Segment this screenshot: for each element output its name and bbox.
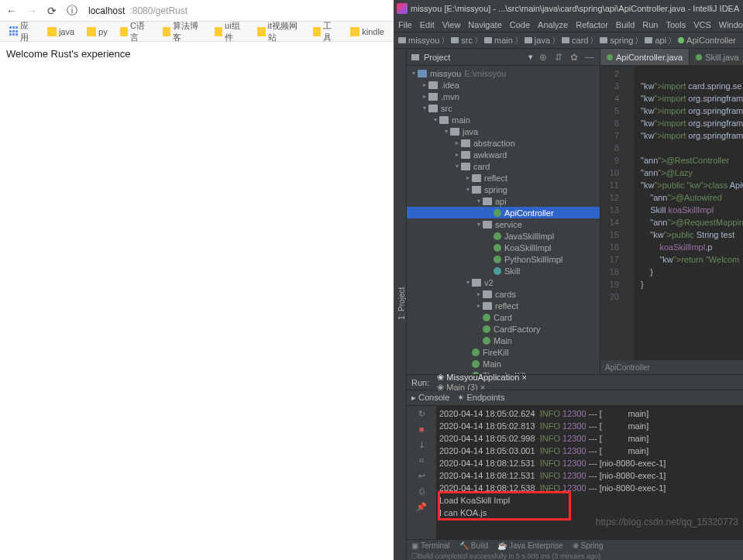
console-output[interactable]: 2020-04-14 18:05:02.624 INFO 12300 --- [… (436, 406, 743, 539)
back-button[interactable]: ← (5, 4, 19, 18)
layout-icon[interactable]: ⌗ (416, 455, 427, 466)
menu-run[interactable]: Run (642, 20, 658, 29)
tree-node[interactable]: Skill (407, 265, 600, 277)
breadcrumb-item[interactable]: spring (600, 36, 633, 45)
build-tool[interactable]: 🔨 Build (459, 541, 488, 550)
attach-icon[interactable]: ⤓ (416, 440, 427, 451)
bookmark-java[interactable]: java (43, 26, 79, 38)
apps-button[interactable]: 应用 (5, 19, 40, 45)
breadcrumb-item[interactable]: src (451, 36, 473, 45)
menu-file[interactable]: File (398, 20, 412, 29)
tree-node[interactable]: ▸abstraction (407, 137, 600, 149)
project-tool-label[interactable]: 1: Project (397, 53, 406, 554)
endpoints-tab[interactable]: ✶ Endpoints (457, 393, 504, 403)
tree-node[interactable]: CardFactory (407, 323, 600, 335)
run-tab[interactable]: ❀ MissyouApplication × (437, 373, 527, 383)
tree-node[interactable]: PythonSkillImpl (407, 253, 600, 265)
log-row: 2020-04-14 18:08:12.538 INFO 12300 --- [… (439, 482, 740, 494)
url-bar[interactable]: localhost:8080/getRust (85, 4, 389, 18)
tree-node[interactable]: ▸awkward (407, 149, 600, 160)
code-area[interactable]: "kw">import card.spring.se"kw">import or… (635, 66, 743, 360)
class-icon (494, 209, 501, 217)
reload-button[interactable]: ⟳ (45, 4, 59, 18)
breadcrumb-item[interactable]: java (525, 36, 550, 45)
left-tool-stripe[interactable]: 1: Project (394, 49, 407, 560)
tree-node[interactable]: ▾java (407, 125, 600, 137)
breadcrumb-item[interactable]: missyou (398, 36, 439, 45)
tree-node[interactable]: KoaSkillImpl (407, 242, 600, 253)
menu-navigate[interactable]: Navigate (468, 20, 501, 29)
editor-tab[interactable]: Skill.java (690, 49, 743, 65)
class-icon (494, 232, 501, 240)
breadcrumb-item[interactable]: main (484, 36, 513, 45)
menu-refactor[interactable]: Refactor (576, 20, 608, 29)
bookmark-algo[interactable]: 算法博客 (158, 19, 207, 45)
tree-node[interactable]: ▾card (407, 160, 600, 172)
pin-icon[interactable]: 📌 (416, 502, 427, 513)
menu-code[interactable]: Code (510, 20, 530, 29)
terminal-tool[interactable]: ▣ Terminal (411, 541, 450, 550)
project-tree[interactable]: ▾missyouE:\missyou▸.idea▸.mvn▾src▾main▾j… (407, 66, 600, 374)
info-icon[interactable]: ⓘ (65, 4, 79, 18)
menu-analyze[interactable]: Analyze (538, 20, 568, 29)
module-icon (418, 70, 427, 77)
log-row: 2020-04-14 18:05:02.998 INFO 12300 --- [… (439, 432, 740, 445)
bookmark-ui[interactable]: ui组件 (210, 19, 249, 45)
tree-node[interactable]: Main (407, 358, 600, 369)
rerun-icon[interactable]: ↻ (416, 409, 427, 420)
bookmark-tools[interactable]: 工具 (308, 19, 342, 45)
folder-icon (411, 54, 419, 60)
tree-root[interactable]: ▾missyouE:\missyou (407, 67, 600, 79)
tree-node[interactable]: ▾spring (407, 184, 600, 195)
tree-node[interactable]: ▸reflect (407, 300, 600, 311)
menu-window[interactable]: Window (719, 20, 743, 29)
console-tab[interactable]: ▸ Console (411, 393, 449, 403)
log-row: 2020-04-14 18:05:02.624 INFO 12300 --- [… (439, 407, 740, 420)
bookmark-kindle[interactable]: kindle (346, 26, 389, 38)
print-icon[interactable]: ⎙ (416, 486, 427, 497)
log-row: 2020-04-14 18:08:12.531 INFO 12300 --- [… (439, 457, 740, 469)
tree-node[interactable]: ▾src (407, 102, 600, 114)
bookmark-video[interactable]: it视频网站 (253, 19, 305, 45)
folder-icon (525, 37, 532, 43)
collapse-icon[interactable]: ⇵ (553, 52, 564, 63)
tree-node[interactable]: ▾main (407, 114, 600, 125)
run-panel: Run: ❀ MissyouApplication ×❀ Main (3) × … (407, 374, 743, 539)
menu-tools[interactable]: Tools (666, 20, 686, 29)
tree-node[interactable]: FireKill (407, 346, 600, 358)
breadcrumb-item[interactable]: api (645, 36, 666, 45)
locate-icon[interactable]: ⊕ (538, 52, 549, 63)
tree-node[interactable]: ▾api (407, 195, 600, 207)
tree-node[interactable]: ▸reflect (407, 172, 600, 184)
tree-node[interactable]: Card (407, 311, 600, 323)
ide-body: 1: Project Project ▾ ⊕ ⇵ ✿ — ▾missyouE:\… (394, 49, 743, 560)
breadcrumb-item[interactable]: ApiController (678, 36, 736, 45)
spring-tool[interactable]: ❀ Spring (573, 541, 604, 550)
tree-node[interactable]: JavaSkillImpl (407, 230, 600, 242)
tree-node[interactable]: ▾v2 (407, 277, 600, 288)
tree-node[interactable]: ApiController (407, 207, 600, 218)
menu-build[interactable]: Build (616, 20, 635, 29)
wrap-icon[interactable]: ↩ (416, 471, 427, 482)
bookmark-py[interactable]: py (82, 26, 112, 38)
breadcrumb-item[interactable]: card (562, 36, 588, 45)
stop-icon[interactable]: ■ (416, 424, 427, 435)
ide-statusbar: ▣ Terminal 🔨 Build ☕ Java Enterprise ❀ S… (407, 539, 743, 551)
folder-icon (483, 221, 492, 228)
editor-main[interactable]: 234567891011121314151617181920 "kw">impo… (600, 66, 743, 360)
javaee-tool[interactable]: ☕ Java Enterprise (497, 541, 562, 550)
tree-node[interactable]: ▸cards (407, 288, 600, 300)
menu-vcs[interactable]: VCS (693, 20, 711, 29)
menu-view[interactable]: View (442, 20, 461, 29)
hide-icon[interactable]: — (584, 52, 595, 63)
tree-node[interactable]: ▸.idea (407, 79, 600, 91)
bookmark-c[interactable]: C语言 (115, 19, 155, 45)
dropdown-icon[interactable]: ▾ (528, 52, 533, 62)
tree-node[interactable]: ▸.mvn (407, 91, 600, 102)
tree-node[interactable]: ▾service (407, 218, 600, 230)
tree-node[interactable]: Main (407, 335, 600, 346)
menu-edit[interactable]: Edit (420, 20, 435, 29)
gear-icon[interactable]: ✿ (569, 52, 580, 63)
editor-tab[interactable]: ApiController.java (600, 49, 690, 65)
forward-button[interactable]: → (25, 4, 39, 18)
